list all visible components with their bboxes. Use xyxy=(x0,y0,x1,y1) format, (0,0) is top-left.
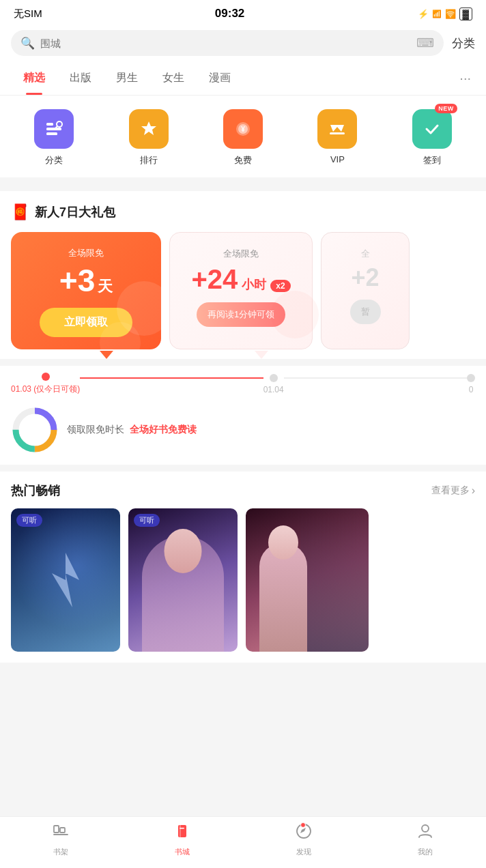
timeline-step-1: 01.03 (仅今日可领) xyxy=(11,373,80,395)
quick-icon-free[interactable]: ¥ 免费 xyxy=(223,109,263,167)
bluetooth-icon: ⚡ xyxy=(418,9,429,19)
status-bar: 无SIM 09:32 ⚡ 📶 🛜 ▓ xyxy=(0,0,486,25)
tab-male[interactable]: 男生 xyxy=(104,61,150,95)
checkin-icon xyxy=(423,119,442,139)
gift-section: 🧧 新人7日大礼包 全场限免 +3 天 立即领取 全场限免 +24 小时 x2 … xyxy=(0,191,486,359)
quick-icon-checkin[interactable]: NEW 签到 xyxy=(412,109,452,167)
signal-icon: 📶 xyxy=(432,10,442,18)
pointer1 xyxy=(100,351,113,359)
book-item-1[interactable]: 可听 xyxy=(11,508,120,652)
book2-badge: 可听 xyxy=(134,514,160,527)
step1-dot xyxy=(42,373,50,381)
nav-more-button[interactable]: ··· xyxy=(455,63,475,93)
tab-publish[interactable]: 出版 xyxy=(57,61,104,95)
book-cover-3 xyxy=(246,508,369,652)
vip-icon xyxy=(326,118,348,140)
free-icon-bg: ¥ xyxy=(223,109,263,149)
timeline-step-2: 01.04 xyxy=(263,374,284,394)
svg-marker-6 xyxy=(141,121,156,135)
category-button[interactable]: 分类 xyxy=(452,35,475,51)
tab-female[interactable]: 女生 xyxy=(150,61,197,95)
status-icons: ⚡ 📶 🛜 ▓ xyxy=(418,8,472,20)
bottom-spacer xyxy=(0,663,486,717)
category-icon-bg xyxy=(34,109,74,149)
svg-rect-15 xyxy=(54,826,59,833)
card1-unit: 天 xyxy=(98,276,113,297)
book-list: 可听 可听 xyxy=(11,508,475,663)
vip-icon-bg xyxy=(317,109,357,149)
free-label: 免费 xyxy=(234,154,252,167)
book-item-3[interactable] xyxy=(246,508,369,652)
shelf-label: 书架 xyxy=(53,847,68,857)
card1-subtitle: 全场限免 xyxy=(68,247,104,259)
mine-icon-svg xyxy=(416,822,434,840)
svg-point-4 xyxy=(57,122,61,126)
pointer2 xyxy=(255,351,268,359)
timeline-section: 01.03 (仅今日可领) 01.04 0 xyxy=(0,366,486,399)
progress-text-highlight: 全场好书免费读 xyxy=(130,424,197,435)
nav-discover[interactable]: 发现 xyxy=(295,822,313,857)
quick-icon-category[interactable]: 分类 xyxy=(34,109,74,167)
discover-dot xyxy=(300,822,306,828)
checkin-icon-bg: NEW xyxy=(412,109,452,149)
step1-label: 01.03 (仅今日可领) xyxy=(11,384,80,395)
rank-icon-bg xyxy=(129,109,169,149)
svg-rect-1 xyxy=(46,128,61,130)
card3-cta: 暂 xyxy=(350,300,381,324)
new-badge: NEW xyxy=(435,104,457,113)
free-icon: ¥ xyxy=(233,119,253,139)
book-item-2[interactable]: 可听 xyxy=(128,508,238,652)
rank-icon xyxy=(138,118,160,140)
book-cover-2: 可听 xyxy=(128,508,238,652)
quick-icon-rank[interactable]: 排行 xyxy=(129,109,169,167)
nav-shelf[interactable]: 书架 xyxy=(52,822,70,857)
bottom-nav: 书架 书城 发现 我的 xyxy=(0,816,486,868)
gift-card-2[interactable]: 全场限免 +24 小时 x2 再阅读1分钟可领 xyxy=(169,232,313,349)
gift-card-1[interactable]: 全场限免 +3 天 立即领取 xyxy=(11,232,161,349)
battery-icon: ▓ xyxy=(459,8,472,20)
card2-value-row: +24 小时 x2 xyxy=(191,265,290,293)
section-separator-1 xyxy=(0,184,486,191)
vip-label: VIP xyxy=(330,154,345,164)
quick-icon-vip[interactable]: VIP xyxy=(317,109,357,167)
book2-face xyxy=(165,529,202,573)
chevron-right-icon: › xyxy=(472,484,475,497)
see-more-button[interactable]: 查看更多 › xyxy=(431,484,475,497)
search-icon: 🔍 xyxy=(20,36,35,50)
book-cover-1: 可听 xyxy=(11,508,120,652)
card2-badge: x2 xyxy=(270,280,290,292)
wifi-icon: 🛜 xyxy=(445,9,456,19)
book1-badge: 可听 xyxy=(16,514,42,527)
pointer2-wrap xyxy=(190,351,333,359)
progress-donut xyxy=(11,406,59,454)
step2-dot xyxy=(270,374,278,382)
search-input[interactable] xyxy=(40,38,411,49)
svg-rect-19 xyxy=(180,825,181,837)
svg-rect-16 xyxy=(60,828,65,833)
carrier-text: 无SIM xyxy=(14,8,42,20)
pointer1-wrap xyxy=(31,351,182,359)
gift-card-3[interactable]: 全 +2 暂 xyxy=(321,232,410,349)
svg-rect-10 xyxy=(330,132,345,134)
svg-rect-18 xyxy=(178,825,186,837)
search-input-wrap[interactable]: 🔍 ⌨ xyxy=(11,30,444,56)
timeline-line-2 xyxy=(284,377,467,379)
category-icon xyxy=(44,119,64,139)
gift-title: 🧧 新人7日大礼包 xyxy=(11,203,475,221)
card2-subtitle: 全场限免 xyxy=(223,248,259,260)
mine-icon xyxy=(416,822,434,844)
tab-comics[interactable]: 漫画 xyxy=(197,61,243,95)
step3-dot xyxy=(467,374,475,382)
bookstore-icon xyxy=(173,822,191,844)
see-more-label: 查看更多 xyxy=(431,484,470,497)
step3-label: 0 xyxy=(469,385,474,394)
nav-bookstore[interactable]: 书城 xyxy=(173,822,191,857)
card3-value-row: +2 xyxy=(351,265,379,290)
timeline-line-1 xyxy=(80,377,263,379)
step2-label: 01.04 xyxy=(263,385,284,394)
tab-selected[interactable]: 精选 xyxy=(11,61,57,95)
progress-text-block: 领取限免时长 全场好书免费读 xyxy=(67,421,197,438)
bookstore-label: 书城 xyxy=(175,847,190,857)
nav-mine[interactable]: 我的 xyxy=(416,822,434,857)
timeline-inner: 01.03 (仅今日可领) 01.04 0 xyxy=(11,373,475,395)
